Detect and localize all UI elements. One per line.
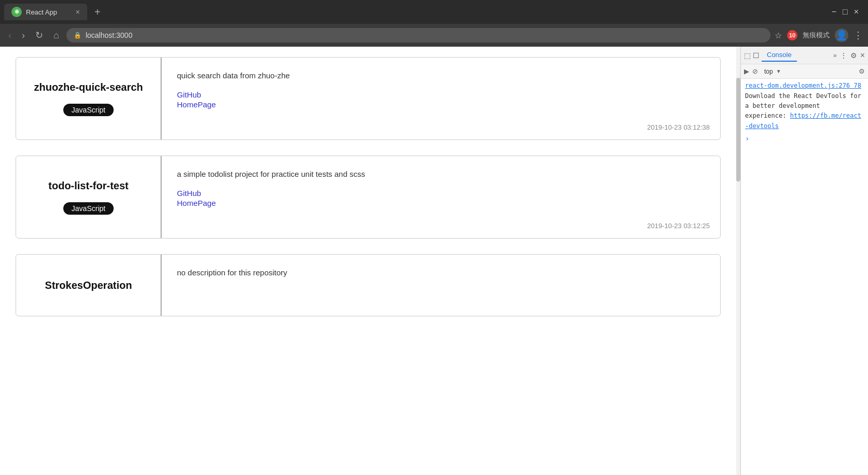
devtools-play-icon[interactable]: ▶ — [744, 67, 749, 75]
tab-close-button[interactable]: × — [76, 8, 80, 16]
reload-button[interactable]: ↻ — [32, 27, 46, 43]
devtools-more-tabs[interactable]: » — [833, 52, 837, 59]
titlebar: ⚛ React App × + − □ × — [0, 0, 868, 24]
forward-button[interactable]: › — [19, 28, 28, 43]
minimize-button[interactable]: − — [832, 7, 836, 17]
back-button[interactable]: ‹ — [5, 28, 15, 43]
repo-description-0: quick search data from zhuo-zhe — [177, 70, 705, 82]
devtools-icons: » ⋮ ⚙ × — [833, 51, 865, 60]
repo-homepage-link-0[interactable]: HomePage — [177, 100, 705, 109]
repo-badge-1: JavaScript — [63, 202, 114, 215]
devtools-top-label: top — [764, 68, 773, 75]
devtools-ban-icon[interactable]: ⊘ — [752, 67, 758, 75]
repo-links-0: GitHub HomePage — [177, 90, 705, 109]
repo-left-2: StrokesOperation — [16, 255, 161, 316]
scrollbar[interactable] — [736, 47, 740, 475]
browser-toolbar: ‹ › ↻ ⌂ 🔒 localhost:3000 ☆ 10 無痕模式 👤 ⋮ — [0, 24, 868, 47]
star-icon[interactable]: ☆ — [775, 31, 782, 40]
repo-timestamp-1: 2019-10-23 03:12:25 — [647, 222, 710, 230]
repo-right-1: a simple todolist project for practice u… — [161, 156, 720, 238]
devtools-close-icon[interactable]: × — [860, 51, 865, 60]
profile-icon[interactable]: 👤 — [835, 29, 848, 42]
devtools-message: Download the React DevTools for a better… — [745, 91, 864, 131]
main-layout: zhuozhe-quick-search JavaScript quick se… — [0, 47, 868, 475]
devtools-device-icon[interactable]: ☐ — [753, 51, 760, 60]
devtools-panel: ⬚ ☐ Console » ⋮ ⚙ × ▶ ⊘ top ▼ ⚙ react-do… — [740, 47, 868, 475]
repo-github-link-0[interactable]: GitHub — [177, 90, 705, 99]
page-content: zhuozhe-quick-search JavaScript quick se… — [0, 47, 736, 475]
repo-links-1: GitHub HomePage — [177, 189, 705, 207]
incognito-label: 無痕模式 — [803, 31, 830, 40]
repo-description-2: no description for this repository — [177, 267, 705, 279]
scrollbar-thumb[interactable] — [736, 78, 740, 181]
devtools-file-link[interactable]: react-dom.development.js:276 78 — [745, 82, 864, 89]
repo-name-1: todo-list-for-test — [48, 180, 128, 192]
extension-badge[interactable]: 10 — [787, 30, 797, 40]
repo-homepage-link-1[interactable]: HomePage — [177, 199, 705, 207]
devtools-vertical-dots[interactable]: ⋮ — [840, 51, 847, 60]
repo-card-0: zhuozhe-quick-search JavaScript quick se… — [16, 57, 721, 140]
devtools-caret[interactable]: › — [745, 134, 749, 143]
repo-name-2: StrokesOperation — [45, 280, 132, 291]
tab-title: React App — [26, 8, 57, 16]
new-tab-button[interactable]: + — [91, 6, 104, 18]
repo-right-2: no description for this repository — [161, 255, 720, 316]
repo-card-2: StrokesOperation no description for this… — [16, 254, 721, 316]
repo-right-0: quick search data from zhuo-zhe GitHub H… — [161, 58, 720, 139]
devtools-settings-icon[interactable]: ⚙ — [850, 51, 857, 60]
repo-description-1: a simple todolist project for practice u… — [177, 169, 705, 180]
lock-icon: 🔒 — [74, 32, 81, 39]
repo-left-0: zhuozhe-quick-search JavaScript — [16, 58, 161, 139]
favicon: ⚛ — [11, 7, 22, 17]
browser-tab[interactable]: ⚛ React App × — [4, 4, 87, 20]
url-display: localhost:3000 — [86, 31, 132, 39]
maximize-button[interactable]: □ — [843, 7, 848, 17]
close-button[interactable]: × — [854, 7, 859, 17]
repo-left-1: todo-list-for-test JavaScript — [16, 156, 161, 238]
devtools-content: react-dom.development.js:276 78 Download… — [741, 79, 868, 475]
devtools-dropdown-icon[interactable]: ▼ — [776, 68, 781, 74]
address-bar[interactable]: 🔒 localhost:3000 — [66, 28, 770, 43]
home-button[interactable]: ⌂ — [50, 28, 62, 43]
repo-name-0: zhuozhe-quick-search — [34, 81, 143, 93]
devtools-toolbar: ⬚ ☐ Console » ⋮ ⚙ × — [741, 47, 868, 64]
devtools-sub-toolbar: ▶ ⊘ top ▼ ⚙ — [741, 64, 868, 79]
devtools-settings-gear[interactable]: ⚙ — [859, 67, 865, 75]
repo-badge-0: JavaScript — [63, 104, 114, 116]
repo-card-1: todo-list-for-test JavaScript a simple t… — [16, 156, 721, 239]
more-button[interactable]: ⋮ — [853, 30, 863, 41]
repo-timestamp-0: 2019-10-23 03:12:38 — [647, 123, 710, 131]
repo-github-link-1[interactable]: GitHub — [177, 189, 705, 198]
devtools-inspect-icon[interactable]: ⬚ — [744, 51, 751, 60]
toolbar-right: ☆ 10 無痕模式 👤 ⋮ — [775, 29, 863, 42]
devtools-tab-console[interactable]: Console — [762, 49, 797, 62]
